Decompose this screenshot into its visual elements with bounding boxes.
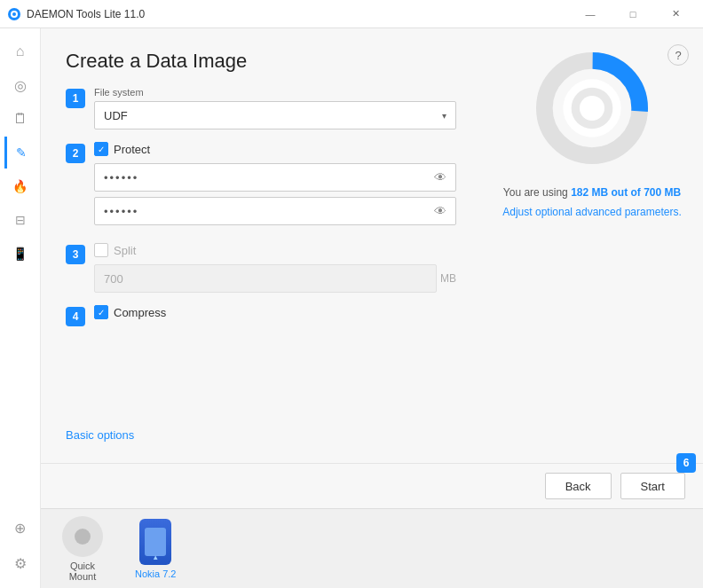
- help-icon[interactable]: ?: [667, 44, 689, 66]
- step1-row: 1 File system UDF ▾: [66, 87, 456, 129]
- step6-badge: 6: [676, 453, 696, 473]
- donut-svg: [530, 46, 654, 170]
- chevron-down-icon: ▾: [442, 111, 446, 121]
- step2-content: ✓ Protect •••••• 👁 •••••• 👁: [94, 142, 456, 231]
- sidebar-icon-edit[interactable]: ✎: [4, 137, 36, 169]
- bottom-bar: QuickMount ▲ Nokia 7.2: [41, 508, 703, 588]
- donut-chart: [530, 46, 654, 170]
- eye1-icon[interactable]: 👁: [434, 170, 446, 184]
- step3-badge: 3: [66, 245, 85, 264]
- split-value: 700: [104, 272, 123, 286]
- protect-row: ✓ Protect: [94, 142, 456, 156]
- password2-field[interactable]: •••••• 👁: [94, 197, 456, 225]
- quick-mount-item[interactable]: QuickMount: [55, 511, 110, 587]
- split-label: Split: [114, 244, 136, 257]
- svg-point-7: [580, 96, 604, 121]
- step4-content: ✓ Compress: [94, 305, 456, 326]
- password1-field[interactable]: •••••• 👁: [94, 163, 456, 192]
- check-icon: ✓: [98, 145, 105, 154]
- android-icon: ▲: [152, 553, 159, 561]
- step3-row: 3 ✓ Split 700: [66, 243, 456, 293]
- compress-row: ✓ Compress: [94, 305, 456, 319]
- step4-badge: 4: [66, 307, 85, 326]
- split-input-wrap: 700 MB: [94, 264, 456, 293]
- nokia-label: Nokia 7.2: [135, 568, 176, 579]
- svg-point-2: [12, 12, 16, 16]
- title-bar-buttons: — □ ✕: [570, 0, 696, 28]
- quick-mount-label: QuickMount: [69, 561, 97, 582]
- step2-row: 2 ✓ Protect •••••• 👁: [66, 142, 456, 231]
- password1-dots: ••••••: [104, 171, 434, 184]
- right-panel: ?: [481, 28, 703, 463]
- step1-content: File system UDF ▾: [94, 87, 456, 129]
- nokia-device-item[interactable]: ▲ Nokia 7.2: [128, 514, 183, 584]
- sidebar-icon-burn[interactable]: 🔥: [4, 170, 36, 202]
- sidebar-icon-addvdrive[interactable]: ⊕: [4, 512, 36, 544]
- app-icon: [7, 7, 21, 21]
- start-button[interactable]: Start: [620, 473, 685, 499]
- sidebar-icon-settings[interactable]: ⚙: [4, 547, 36, 579]
- filesystem-value: UDF: [104, 109, 128, 122]
- phone-screen: [145, 528, 166, 556]
- usage-main-text: You are using 182 MB out of 700 MB: [503, 186, 681, 199]
- maximize-button[interactable]: □: [612, 0, 653, 28]
- split-value-field: 700: [94, 264, 437, 293]
- usage-text: You are using 182 MB out of 700 MB: [503, 184, 681, 200]
- close-button[interactable]: ✕: [655, 0, 696, 28]
- eye2-icon[interactable]: 👁: [434, 204, 446, 218]
- step3-content: ✓ Split 700 MB: [94, 243, 456, 293]
- compress-checkbox[interactable]: ✓: [94, 305, 108, 319]
- split-unit: MB: [440, 272, 456, 285]
- left-panel: Create a Data Image 1 File system UDF ▾: [41, 28, 481, 463]
- check-icon-compress: ✓: [98, 308, 105, 318]
- split-checkbox[interactable]: ✓: [94, 243, 108, 257]
- advanced-params-link[interactable]: Adjust optional advanced parameters.: [502, 206, 681, 218]
- usage-highlight: 182 MB out of 700 MB: [571, 186, 681, 199]
- back-button[interactable]: Back: [545, 473, 612, 499]
- disc-center: [75, 529, 91, 545]
- action-bar: 6 Back Start: [41, 463, 703, 508]
- filesystem-label: File system: [94, 87, 456, 98]
- protect-label: Protect: [114, 143, 150, 156]
- password2-dots: ••••••: [104, 205, 434, 218]
- app-body: ⌂ ◎ 🗒 ✎ 🔥 ⊟ 📱 ⊕ ⚙ Create a Data Image 1: [0, 28, 703, 588]
- sidebar-icon-home[interactable]: ⌂: [4, 35, 36, 67]
- sidebar-icon-phone[interactable]: 📱: [4, 238, 36, 270]
- step4-row: 4 ✓ Compress: [66, 305, 456, 326]
- quick-mount-icon: [62, 516, 103, 557]
- sidebar-bottom: ⊕ ⚙: [4, 512, 36, 588]
- step1-badge: 1: [66, 89, 85, 108]
- protect-checkbox[interactable]: ✓: [94, 142, 108, 156]
- compress-label: Compress: [114, 306, 166, 319]
- minimize-button[interactable]: —: [570, 0, 611, 28]
- basic-options-link[interactable]: Basic options: [66, 411, 456, 442]
- nokia-phone-icon: ▲: [139, 519, 171, 565]
- sidebar: ⌂ ◎ 🗒 ✎ 🔥 ⊟ 📱 ⊕ ⚙: [0, 28, 41, 588]
- sidebar-icon-disc[interactable]: ◎: [4, 69, 36, 101]
- sidebar-icon-usb[interactable]: ⊟: [4, 204, 36, 236]
- page-title: Create a Data Image: [66, 50, 456, 73]
- title-bar-text: DAEMON Tools Lite 11.0: [27, 8, 570, 20]
- sidebar-icon-image[interactable]: 🗒: [4, 103, 36, 135]
- filesystem-dropdown[interactable]: UDF ▾: [94, 101, 456, 129]
- main-area: Create a Data Image 1 File system UDF ▾: [41, 28, 703, 588]
- split-row: ✓ Split: [94, 243, 456, 257]
- content-area: Create a Data Image 1 File system UDF ▾: [41, 28, 703, 463]
- title-bar: DAEMON Tools Lite 11.0 — □ ✕: [0, 0, 703, 28]
- step2-badge: 2: [66, 144, 85, 163]
